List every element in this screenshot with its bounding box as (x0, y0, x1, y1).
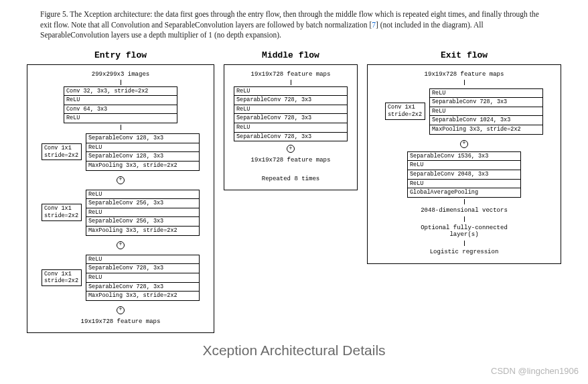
add-icon: + (117, 241, 125, 249)
conv-layer: Conv 32, 3x3, stride=2x2 (64, 86, 177, 97)
add-icon: + (117, 176, 125, 184)
middle-repeat-text: Repeated 8 times (262, 176, 319, 182)
relu-layer: ReLU (86, 273, 200, 283)
relu-layer: ReLU (86, 143, 200, 153)
relu-layer: ReLU (407, 161, 521, 170)
maxpool-layer: MaxPooling 3x3, stride=2x2 (86, 162, 200, 171)
sepconv-layer: SeparableConv 256, 3x3 (86, 199, 200, 208)
sepconv-layer: SeparableConv 728, 3x3 (86, 264, 200, 273)
exit-lr-text: Logistic regression (430, 249, 499, 255)
architecture-diagram: Entry flow 299x299x3 images Conv 32, 3x3… (20, 50, 568, 333)
middle-flow-column: Middle flow 19x19x728 feature maps ReLU … (224, 50, 358, 191)
residual-conv: Conv 1x1 stride=2x2 (385, 103, 425, 119)
relu-layer: ReLU (86, 208, 200, 218)
middle-output-text: 19x19x728 feature maps (251, 157, 331, 164)
sepconv-layer: SeparableConv 728, 3x3 (86, 283, 200, 292)
add-icon: + (287, 145, 295, 153)
add-icon: + (117, 306, 125, 314)
residual-conv: Conv 1x1 stride=2x2 (42, 204, 82, 220)
sepconv-layer: SeparableConv 128, 3x3 (86, 152, 200, 162)
conv-layer: Conv 64, 3x3 (64, 105, 177, 115)
exit-flow-column: Exit flow 19x19x728 feature maps Conv 1x… (367, 50, 561, 264)
relu-layer: ReLU (234, 105, 348, 115)
relu-layer: ReLU (407, 180, 521, 189)
sepconv-layer: SeparableConv 1024, 3x3 (429, 116, 543, 125)
relu-layer: ReLU (429, 107, 543, 117)
middle-flow-title: Middle flow (262, 50, 319, 60)
diagram-subtitle: Xception Architectural Details (20, 342, 568, 359)
maxpool-layer: MaxPooling 3x3, stride=2x2 (86, 227, 200, 236)
sepconv-layer: SeparableConv 728, 3x3 (234, 114, 348, 123)
residual-conv: Conv 1x1 stride=2x2 (42, 269, 82, 286)
relu-layer: ReLU (64, 114, 177, 123)
relu-layer: ReLU (86, 255, 200, 265)
sepconv-layer: SeparableConv 256, 3x3 (86, 217, 200, 227)
exit-input-text: 19x19x728 feature maps (425, 71, 504, 78)
add-icon: + (460, 140, 468, 148)
sepconv-layer: SeparableConv 728, 3x3 (234, 133, 348, 142)
relu-layer: ReLU (234, 123, 348, 133)
sepconv-layer: SeparableConv 1536, 3x3 (407, 151, 521, 162)
residual-conv: Conv 1x1 stride=2x2 (42, 143, 82, 160)
exit-vectors-text: 2048-dimensional vectors (421, 207, 508, 214)
middle-flow-box: 19x19x728 feature maps ReLU SeparableCon… (224, 64, 358, 191)
entry-flow-box: 299x299x3 images Conv 32, 3x3, stride=2x… (27, 64, 214, 333)
sepconv-layer: SeparableConv 728, 3x3 (234, 96, 348, 105)
exit-flow-box: 19x19x728 feature maps Conv 1x1 stride=2… (367, 64, 561, 264)
relu-layer: ReLU (64, 96, 177, 105)
gap-layer: GlobalAveragePooling (407, 188, 521, 198)
sepconv-layer: SeparableConv 728, 3x3 (429, 98, 543, 107)
sepconv-layer: SeparableConv 128, 3x3 (86, 133, 200, 143)
relu-layer: ReLU (86, 190, 200, 200)
middle-input-text: 19x19x728 feature maps (251, 71, 331, 78)
sepconv-layer: SeparableConv 2048, 3x3 (407, 170, 521, 180)
figure-caption: Figure 5. The Xception architecture: the… (40, 9, 548, 41)
exit-fc-text: Optional fully-connected layer(s) (421, 225, 508, 238)
entry-flow-title: Entry flow (94, 50, 147, 60)
relu-layer: ReLU (234, 86, 348, 97)
relu-layer: ReLU (429, 88, 543, 99)
maxpool-layer: MaxPooling 3x3, stride=2x2 (429, 125, 543, 135)
entry-input-text: 299x299x3 images (92, 71, 149, 78)
entry-flow-column: Entry flow 299x299x3 images Conv 32, 3x3… (27, 50, 214, 333)
maxpool-layer: MaxPooling 3x3, stride=2x2 (86, 292, 200, 301)
exit-flow-title: Exit flow (441, 50, 488, 60)
entry-output-text: 19x19x728 feature maps (81, 318, 161, 325)
